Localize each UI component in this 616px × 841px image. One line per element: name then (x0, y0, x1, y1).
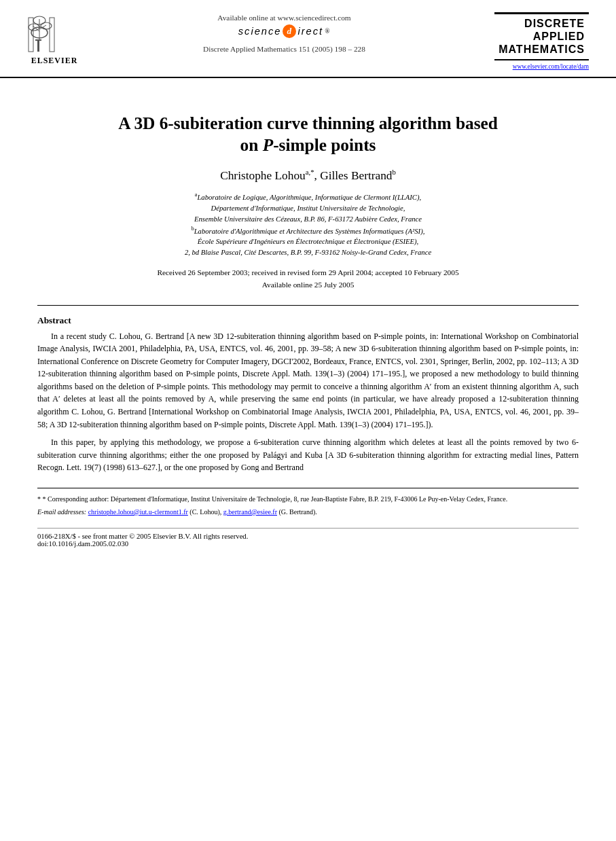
footnote-email1-name: (C. Lohou), (188, 508, 223, 516)
footnote-email-label: E-mail addresses: (37, 508, 88, 516)
affiliations-block: aLaboratoire de Logique, Algorithmique, … (37, 191, 579, 258)
abstract-body: In a recent study C. Lohou, G. Bertrand … (37, 330, 579, 475)
svg-rect-9 (29, 18, 33, 52)
title-text-part2: on (240, 135, 263, 154)
article-content: A 3D 6-subiteration curve thinning algor… (0, 78, 616, 561)
footnote-star-symbol: * (37, 495, 43, 503)
svg-point-4 (41, 22, 52, 29)
elsevier-logo-area: ELSEVIER (27, 12, 81, 66)
sciencedirect-logo: science d irect ® (238, 24, 331, 38)
abstract-para1-text: In a recent study C. Lohou, G. Bertrand … (37, 332, 579, 429)
affil-b-line2: École Supérieure d'Ingénieurs en Électro… (198, 238, 418, 245)
affil-b-line3: 2, bd Blaise Pascal, Cité Descartes, B.P… (185, 249, 431, 256)
journal-title-line2: APPLIED (499, 30, 585, 43)
footnote-email2[interactable]: g.bertrand@esiee.fr (223, 508, 277, 516)
doi-text: doi:10.1016/j.dam.2005.02.030 (37, 540, 579, 548)
article-title: A 3D 6-subiteration curve thinning algor… (51, 112, 565, 157)
available-online-text: Available online at www.sciencedirect.co… (217, 14, 350, 22)
author-lohou: Christophe Lohou (220, 169, 306, 182)
affil-a-line2: Département d'Informatique, Institut Uni… (211, 204, 405, 212)
dates-line1: Received 26 September 2003; received in … (157, 268, 458, 276)
journal-url-link[interactable]: www.elsevier.com/locate/dam (513, 63, 589, 70)
abstract-section: Abstract In a recent study C. Lohou, G. … (37, 315, 579, 475)
copyright-section: 0166-218X/$ - see front matter © 2005 El… (37, 528, 579, 548)
footnote-email1[interactable]: christophe.lohou@iut.u-clermont1.fr (88, 508, 188, 516)
footnote-star-text: * Corresponding author: Département d'In… (43, 495, 508, 503)
header-divider (37, 305, 579, 306)
submission-dates: Received 26 September 2003; received in … (37, 266, 579, 291)
dates-line2: Available online 25 July 2005 (262, 281, 355, 289)
elsevier-logo-icon (27, 12, 81, 54)
abstract-para1: In a recent study C. Lohou, G. Bertrand … (37, 330, 579, 431)
authors-line: Christophe Lohoua,*, Gilles Bertrandb (37, 168, 579, 183)
author-sup-a: a,* (306, 168, 314, 176)
abstract-para2: In this paper, by applying this methodol… (37, 436, 579, 474)
science-text: science (238, 26, 282, 37)
page: ELSEVIER Available online at www.science… (0, 0, 616, 841)
registered-mark: ® (325, 28, 330, 35)
author-sup-b: b (393, 168, 396, 176)
journal-title-line3: MATHEMATICS (499, 43, 585, 56)
footnote-corresponding: * * Corresponding author: Département d'… (37, 494, 579, 504)
author-sep: , Gilles Bertrand (314, 169, 393, 182)
svg-rect-0 (37, 39, 39, 52)
title-text-part3: -simple points (273, 135, 376, 154)
footnote-email-line: E-mail addresses: christophe.lohou@iut.u… (37, 507, 579, 517)
footnote-email2-name: (G. Bertrand). (277, 508, 317, 516)
abstract-heading: Abstract (37, 315, 579, 326)
header-center: Available online at www.sciencedirect.co… (81, 12, 487, 53)
affil-b-line1: Laboratoire d'Algorithmique et Architect… (194, 227, 425, 234)
copyright-text: 0166-218X/$ - see front matter © 2005 El… (37, 533, 579, 540)
title-italic-p: P (263, 135, 273, 154)
journal-title-line1: DISCRETE (499, 17, 585, 30)
title-text-part1: A 3D 6-subiteration curve thinning algor… (118, 113, 498, 132)
journal-citation: Discrete Applied Mathematics 151 (2005) … (203, 45, 365, 53)
svg-rect-1 (35, 39, 41, 41)
affil-a-line3: Ensemble Universitaire des Cézeaux, B.P.… (194, 215, 422, 223)
journal-name-box: DISCRETE APPLIED MATHEMATICS (494, 12, 589, 60)
elsevier-brand-text: ELSEVIER (31, 56, 78, 66)
header-right: DISCRETE APPLIED MATHEMATICS www.elsevie… (501, 12, 589, 70)
sd-icon: d (283, 24, 296, 38)
svg-rect-10 (50, 18, 54, 52)
affil-a-line1: Laboratoire de Logique, Algorithmique, I… (197, 194, 421, 201)
direct-text: irect (297, 26, 323, 37)
footnotes-section: * * Corresponding author: Département d'… (37, 488, 579, 517)
journal-header: ELSEVIER Available online at www.science… (0, 0, 616, 78)
abstract-para2-text: In this paper, by applying this methodol… (37, 437, 579, 472)
